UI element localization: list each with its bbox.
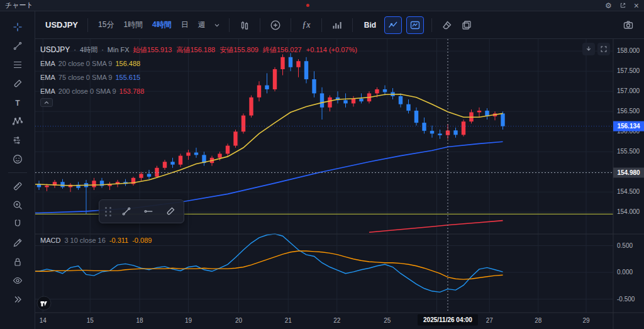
eraser-button[interactable] bbox=[438, 16, 457, 34]
open-in-new-icon bbox=[619, 2, 626, 9]
legend-separator: · bbox=[74, 43, 76, 57]
tool-xabcd-pattern-button[interactable] bbox=[7, 113, 28, 130]
plus-circle-icon bbox=[270, 20, 281, 31]
ohlc-close: 終値156.027 bbox=[263, 43, 302, 57]
chart-legend: USDJPY · 4時間 · Min FX 始値155.913 高値156.18… bbox=[40, 43, 357, 98]
title-bar: チャート ⚙ × bbox=[0, 0, 644, 11]
indicator-row-ema20[interactable]: EMA 20 close 0 SMA 9 156.488 bbox=[40, 57, 357, 70]
horizontal-ray-icon bbox=[143, 206, 154, 217]
eraser-icon bbox=[441, 20, 453, 31]
tool-emoji-button[interactable] bbox=[7, 151, 28, 167]
snapshot-button[interactable] bbox=[619, 16, 638, 34]
title-bar-actions: ⚙ × bbox=[605, 1, 639, 10]
fx-icon: ƒx bbox=[302, 20, 310, 30]
timeframe-1w-button[interactable]: 週 bbox=[194, 16, 210, 33]
tool-fib-retracement-button[interactable] bbox=[7, 57, 28, 73]
interval-dropdown-button[interactable] bbox=[211, 16, 223, 34]
macd-params: 3 10 close 16 bbox=[64, 237, 105, 244]
volume-columns-button[interactable] bbox=[328, 16, 347, 34]
tool-trend-line-button[interactable] bbox=[7, 38, 28, 54]
tool-zoom-in-button[interactable] bbox=[7, 197, 28, 213]
svg-text:155.500: 155.500 bbox=[617, 148, 640, 155]
indicators-button[interactable]: ƒx bbox=[297, 16, 316, 34]
tool-lock-all-button[interactable] bbox=[7, 254, 28, 270]
toolbar-divider bbox=[352, 18, 353, 32]
svg-text:158.000: 158.000 bbox=[617, 47, 640, 54]
floating-drawing-toolbar bbox=[99, 199, 184, 223]
tool-brush-button[interactable] bbox=[7, 75, 28, 92]
macd-title: MACD bbox=[40, 237, 60, 244]
tool-magnet-button[interactable] bbox=[7, 216, 28, 232]
compare-symbol-button[interactable] bbox=[266, 16, 285, 34]
legend-symbol: USDJPY bbox=[40, 43, 70, 57]
tradingview-logo-icon bbox=[36, 296, 52, 311]
ohlc-high: 高値156.188 bbox=[176, 43, 215, 57]
legend-source: Min FX bbox=[108, 43, 130, 57]
legend-symbol-row[interactable]: USDJPY · 4時間 · Min FX 始値155.913 高値156.18… bbox=[40, 43, 357, 57]
tool-draw-pencil-button[interactable] bbox=[7, 235, 28, 251]
timeframe-1h-button[interactable]: 1時間 bbox=[119, 16, 147, 33]
float-brush-button[interactable] bbox=[163, 204, 178, 219]
svg-text:154.500: 154.500 bbox=[617, 188, 640, 195]
timeframe-4h-button[interactable]: 4時間 bbox=[148, 16, 176, 33]
legend-interval: 4時間 bbox=[80, 43, 97, 57]
svg-text:18: 18 bbox=[136, 317, 143, 324]
symbol-button[interactable]: USDJPY bbox=[42, 18, 82, 32]
gear-icon: ⚙ bbox=[605, 2, 612, 9]
macd-legend[interactable]: MACD 3 10 close 16 -0.311 -0.089 bbox=[40, 237, 152, 244]
svg-text:0.500: 0.500 bbox=[617, 242, 633, 249]
emoji-icon bbox=[12, 153, 23, 165]
tool-text-button[interactable]: T bbox=[7, 94, 28, 111]
drag-handle[interactable] bbox=[105, 207, 112, 216]
svg-text:21: 21 bbox=[285, 317, 292, 324]
tool-measure-ruler-button[interactable] bbox=[7, 178, 28, 194]
timeframe-15m-button[interactable]: 15分 bbox=[94, 16, 118, 33]
tool-crosshair-cursor-button[interactable] bbox=[7, 19, 28, 35]
tradingview-logo[interactable] bbox=[36, 296, 52, 313]
settings-button[interactable]: ⚙ bbox=[605, 2, 612, 9]
toolbar-divider bbox=[87, 18, 88, 32]
camera-icon bbox=[623, 20, 634, 31]
timeframe-1d-button[interactable]: 日 bbox=[177, 16, 193, 33]
toolbar-divider bbox=[321, 18, 322, 32]
pane-controls bbox=[582, 43, 610, 55]
eye-icon bbox=[12, 275, 23, 286]
close-button[interactable]: × bbox=[634, 1, 639, 10]
svg-text:19: 19 bbox=[185, 317, 192, 324]
toolbar-divider bbox=[229, 18, 230, 32]
svg-text:154.000: 154.000 bbox=[617, 208, 640, 215]
svg-text:22: 22 bbox=[333, 317, 341, 324]
pane-collapse-button[interactable] bbox=[582, 43, 595, 55]
bid-toggle-button[interactable]: Bid bbox=[358, 18, 382, 33]
indicator-row-ema200[interactable]: EMA 200 close 0 SMA 9 153.788 bbox=[40, 84, 357, 98]
chart-style-button[interactable] bbox=[235, 16, 254, 34]
tool-forecast-pattern-button[interactable] bbox=[7, 132, 28, 148]
float-horizontal-ray-button[interactable] bbox=[141, 204, 156, 219]
svg-text:25: 25 bbox=[384, 317, 391, 324]
duplicate-layout-button[interactable] bbox=[457, 16, 476, 34]
open-in-new-window-button[interactable] bbox=[619, 2, 626, 9]
drawing-toolbar: T bbox=[0, 11, 35, 329]
legend-collapse-button[interactable] bbox=[40, 98, 53, 107]
indicator-value: 155.615 bbox=[115, 70, 140, 84]
svg-text:156.500: 156.500 bbox=[617, 108, 640, 114]
window-title: チャート bbox=[5, 1, 33, 10]
tool-hide-all-button[interactable] bbox=[7, 272, 28, 289]
svg-text:28: 28 bbox=[535, 317, 542, 324]
indicator-title: EMA bbox=[40, 84, 55, 98]
float-trend-line-button[interactable] bbox=[119, 204, 134, 219]
indicator-row-ema75[interactable]: EMA 75 close 0 SMA 9 155.615 bbox=[40, 70, 357, 84]
svg-text:2025/11/26 04:00: 2025/11/26 04:00 bbox=[423, 316, 472, 323]
svg-text:29: 29 bbox=[582, 317, 590, 324]
trend-line-icon bbox=[121, 206, 132, 217]
pane-maximize-button[interactable] bbox=[597, 43, 610, 55]
toolbar-divider bbox=[291, 18, 291, 32]
magnet-icon bbox=[12, 218, 23, 230]
range-chart-mode-button[interactable] bbox=[406, 16, 424, 34]
tool-more-button[interactable] bbox=[7, 291, 28, 308]
chevron-up-icon bbox=[43, 99, 50, 106]
legend-ohlc-values: 始値155.913 高値156.188 安値155.809 終値156.027 … bbox=[133, 43, 357, 57]
line-chart-mode-button[interactable] bbox=[384, 16, 402, 34]
indicator-title: EMA bbox=[40, 70, 55, 84]
lock-icon bbox=[12, 256, 23, 267]
